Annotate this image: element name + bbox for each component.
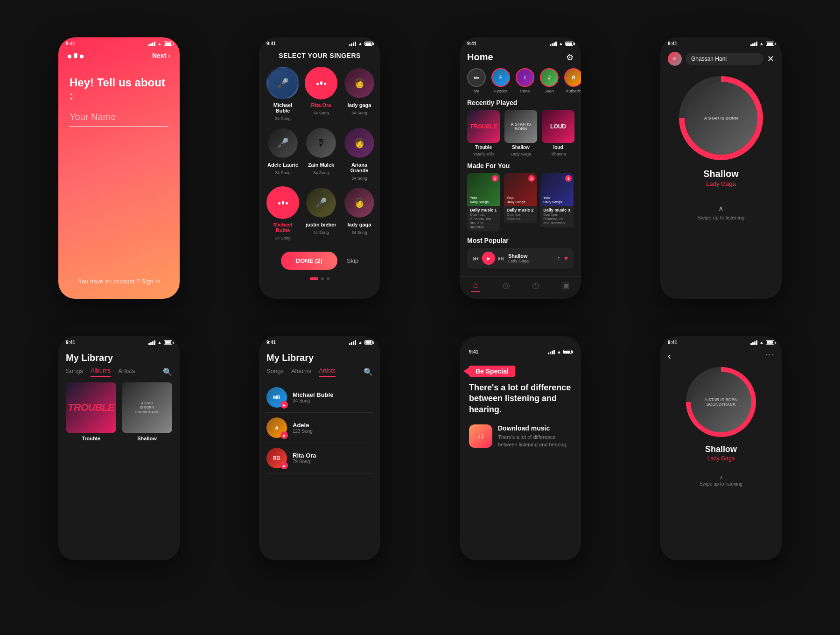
album-grid-name-trouble: Trouble [66, 436, 116, 441]
daily-label-1: YourDaily Songs [470, 196, 489, 204]
daily-label-2: YourDaily Songs [507, 196, 525, 204]
share-button[interactable]: ↑ [557, 254, 560, 262]
library-search-6[interactable]: 🔍 [364, 367, 373, 376]
artist-michael[interactable]: MB ▶ Michael Buble 34 Song [266, 382, 373, 413]
singer-item-8[interactable]: 🎤 justin bieber 34 Song [305, 186, 337, 240]
home-header: Home ⚙ [460, 48, 581, 68]
singer-name-5: Zain Malek [308, 162, 334, 168]
tab-albums-6[interactable]: Albums [291, 367, 311, 376]
signal-icon-4 [750, 42, 757, 46]
album-name-trouble: Trouble [475, 145, 492, 150]
singers-grid: 🎤 Michael Buble 34 Song Rita Ora [259, 67, 380, 240]
singer-item-selected[interactable]: Rita Ora 34 Song [305, 67, 337, 121]
library-title-5: My Library [58, 347, 180, 367]
signin-link[interactable]: You have an account ? Sign in [58, 278, 180, 285]
daily-info-2: Daily music 2 Dua lipa, Rihanna, [504, 206, 537, 223]
singer-item-4[interactable]: 🎤 Adele Laurie 34 Song [266, 127, 299, 181]
nav-home[interactable]: ⌂ [471, 280, 480, 292]
skip-button[interactable]: Skip [347, 257, 358, 264]
play-button[interactable]: ▶ [482, 252, 495, 265]
settings-icon[interactable]: ⚙ [566, 52, 574, 63]
next-button[interactable]: Next › [152, 52, 170, 59]
tab-artists-5[interactable]: Artists [118, 367, 135, 376]
next-button-player[interactable]: ⏭ [498, 254, 504, 262]
done-row: DONE (2) Skip [259, 244, 380, 277]
singer-item-7[interactable]: Michael Buble 34 Song [266, 186, 299, 240]
singers-title: SELECT YOUR SINGERS [259, 48, 380, 67]
story-juan[interactable]: J Juan [540, 68, 559, 93]
back-button[interactable]: ‹ [668, 351, 671, 361]
singer-songs-3: 34 Song [351, 111, 367, 115]
tab-songs-6[interactable]: Songs [266, 367, 284, 376]
nav-clock[interactable]: ◷ [532, 280, 539, 292]
signal-icon-7 [548, 350, 555, 354]
daily-title-3: Daily music 3 [543, 208, 571, 212]
daily-card-3[interactable]: 3 YourDaily Songs Daily music 3 Dua lipa… [540, 173, 574, 231]
like-button[interactable]: ♥ [564, 254, 568, 262]
done-button[interactable]: DONE (2) [281, 252, 337, 270]
play-badge-2: ▶ [280, 431, 288, 439]
album-trouble[interactable]: TROUBLE Trouble Natalia Kills [467, 110, 500, 156]
singer-item-3[interactable]: 👩 lady gaga 34 Song [343, 67, 376, 121]
singer-avatar-2 [305, 67, 337, 99]
artist-adele[interactable]: A ▶ Adele 123 Song [266, 413, 373, 443]
singer-name-7: Michael Buble [266, 222, 299, 233]
swipe-text-2: Swipe up to listening [700, 481, 742, 487]
artist-list: MB ▶ Michael Buble 34 Song A ▶ Adele [259, 382, 380, 473]
name-input-area[interactable]: Your Name [70, 112, 168, 127]
tab-artists-6[interactable]: Artists [319, 367, 336, 377]
status-bar-6: 9:41 ▲ [259, 336, 380, 347]
album-loud[interactable]: LOUD loud Rihanna [542, 110, 574, 156]
story-irene[interactable]: I Irene [516, 68, 534, 93]
album-grid-trouble[interactable]: TROUBLE Trouble [66, 382, 116, 441]
daily-artists-2: Dua lipa, Rihanna, [507, 212, 534, 221]
search-bar[interactable]: Ghassan Hani [686, 53, 763, 65]
story-me[interactable]: Me Me [467, 68, 486, 93]
player2-artist: Lady Gaga [660, 455, 782, 467]
story-label-juan: Juan [545, 89, 554, 93]
screen-library-albums: 9:41 ▲ My Library Songs Albums Artists 🔍 [58, 336, 180, 560]
singer-songs-6: 34 Song [351, 176, 367, 181]
wifi-icon-3: ▲ [559, 41, 563, 46]
now-playing-artist: Lady Gaga [508, 259, 553, 263]
wifi-icon-6: ▲ [358, 340, 363, 345]
daily-card-1[interactable]: 1 YourDaily Songs Daily music 1 Dua lipa… [467, 173, 500, 231]
download-icon: ♪↓ [469, 424, 492, 448]
album-name-loud: loud [553, 145, 563, 150]
play-badge-3: ▶ [280, 462, 288, 469]
library-search-5[interactable]: 🔍 [163, 367, 172, 376]
signal-icon-8 [750, 340, 757, 345]
album-grid-shallow[interactable]: A STARIS BORNSOUNDTRACK Shallow [122, 382, 172, 441]
artist-songs-michael: 34 Song [293, 398, 373, 403]
story-fyodor[interactable]: F Fyodor [491, 68, 510, 93]
album-artist-shallow: Lady Gaga [511, 152, 531, 156]
download-info: Download music There's a lot of differen… [498, 424, 572, 448]
daily-card-2[interactable]: 2 YourDaily Songs Daily music 2 Dua lipa… [504, 173, 537, 231]
album-thumb-grid-shallow: A STARIS BORNSOUNDTRACK [122, 382, 172, 433]
wifi-icon-5: ▲ [157, 340, 162, 345]
singer-item-6[interactable]: 👩 Ariana Grande 34 Song [343, 127, 376, 181]
album-shallow[interactable]: A STAR IS BORN Shallow Lady Gaga [504, 110, 537, 156]
nav-explore[interactable]: ◎ [503, 280, 510, 292]
singer-item-5[interactable]: 🎙 Zain Malek 34 Song [305, 127, 337, 181]
status-bar-3: 9:41 ▲ [460, 37, 581, 48]
singer-item[interactable]: 🎤 Michael Buble 34 Song [266, 67, 299, 121]
be-special-badge: Be Special [469, 366, 515, 377]
singer-name-6: Ariana Grande [343, 162, 376, 173]
library-title-6: My Library [259, 347, 380, 367]
daily-bg-3: 3 YourDaily Songs [540, 173, 574, 206]
tab-albums-5[interactable]: Albums [91, 367, 111, 377]
prev-button[interactable]: ⏮ [473, 254, 479, 262]
artist-rita[interactable]: RO ▶ Rita Ora 79 Song [266, 443, 373, 473]
artist-avatar-adele: A ▶ [266, 417, 287, 438]
album-name-shallow: Shallow [512, 145, 530, 150]
album-art-large: A STAR IS BORN [679, 76, 763, 160]
more-button[interactable]: ··· [765, 351, 774, 361]
tab-songs-5[interactable]: Songs [66, 367, 83, 376]
singer-item-9[interactable]: 👩 lady gaga 34 Song [343, 186, 376, 240]
nav-library[interactable]: ▣ [562, 280, 570, 292]
singer-avatar-5: 🎙 [305, 127, 337, 159]
close-button[interactable]: ✕ [767, 54, 774, 64]
story-rutherfo[interactable]: R Rutherfo [564, 68, 581, 93]
wifi-icon-7: ▲ [557, 349, 561, 354]
